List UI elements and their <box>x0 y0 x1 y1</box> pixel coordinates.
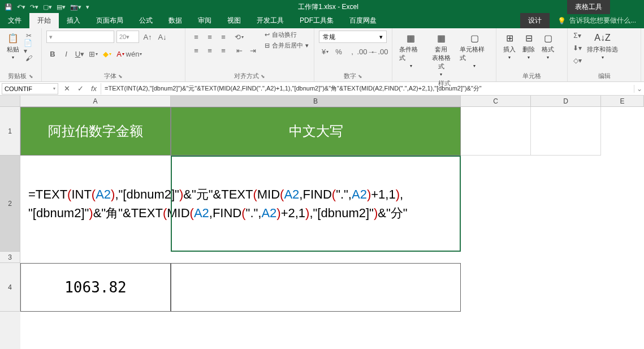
delete-cells-button[interactable]: ⊟删除▾ <box>520 31 537 61</box>
format-as-table-button[interactable]: ▦套用 表格格式▾ <box>427 31 456 78</box>
launcher-icon[interactable]: ⬊ <box>118 74 123 79</box>
format-label: 格式 <box>542 45 554 54</box>
cond-format-icon: ▦ <box>405 32 417 44</box>
ribbon-tabs: 文件 开始 插入 页面布局 公式 数据 审阅 视图 开发工具 PDF工具集 百度… <box>0 14 644 28</box>
underline-button[interactable]: U▾ <box>74 48 86 60</box>
qat-icon2[interactable]: ▤▾ <box>57 3 66 11</box>
cell-a4[interactable]: 1063.82 <box>20 263 171 312</box>
decrease-indent-icon[interactable]: ⇤ <box>233 44 245 57</box>
cell-d1[interactable] <box>531 107 601 156</box>
align-top-icon[interactable]: ≡ <box>190 31 202 43</box>
tab-dev[interactable]: 开发工具 <box>249 13 292 28</box>
orientation-icon[interactable]: ⟲ <box>233 31 245 43</box>
camera-icon[interactable]: 📷▾ <box>70 3 81 11</box>
font-color-button[interactable]: A <box>114 48 127 60</box>
align-right-icon[interactable]: ≡ <box>217 44 230 57</box>
italic-button[interactable]: I <box>60 48 72 60</box>
clipboard-icon: 📋 <box>7 32 19 44</box>
merge-center-button[interactable]: ⊟合并后居中 ▾ <box>265 41 309 50</box>
confirm-formula-icon[interactable]: ✓ <box>74 84 87 93</box>
increase-indent-icon[interactable]: ⇥ <box>247 44 259 57</box>
tab-insert[interactable]: 插入 <box>59 13 88 28</box>
decrease-font-icon[interactable]: A↓ <box>156 31 168 43</box>
fill-color-button[interactable]: ◆ <box>101 48 113 60</box>
formula-input[interactable]: =TEXT(INT(A2),"[dbnum2]")&"元"&TEXT(MID(A… <box>101 83 634 94</box>
percent-icon[interactable]: % <box>332 45 345 58</box>
decrease-decimal-icon[interactable]: ←.00 <box>373 45 386 58</box>
tab-design[interactable]: 设计 <box>520 13 550 28</box>
cell-style-icon: ▢ <box>468 32 481 44</box>
tab-view[interactable]: 视图 <box>219 13 249 28</box>
tell-me-text: 告诉我您想要做什么... <box>569 16 636 25</box>
expand-formula-bar-icon[interactable]: ⌄ <box>634 85 644 93</box>
tell-me[interactable]: 💡告诉我您想要做什么... <box>550 13 644 28</box>
cell-styles-button[interactable]: ▢单元格样式▾ <box>457 31 491 70</box>
tab-baidu[interactable]: 百度网盘 <box>342 13 384 28</box>
fill-icon[interactable]: ⬇▾ <box>572 43 582 53</box>
number-group-label: 数字 <box>344 72 356 79</box>
phonetic-button[interactable]: wén <box>128 48 140 60</box>
group-editing: Σ▾ ⬇▾ ◇▾ A↓Z排序和筛选▾ 编辑 <box>568 28 641 81</box>
ribbon: 📋 粘贴 ▾ ✂ 📄▾ 🖌 剪贴板 ⬊ ▾ 20▾ A↑ A↓ B I U▾ <box>0 28 644 82</box>
cancel-formula-icon[interactable]: ✕ <box>60 84 74 93</box>
align-middle-icon[interactable]: ≡ <box>204 31 216 43</box>
tab-layout[interactable]: 页面布局 <box>88 13 131 28</box>
insert-cells-button[interactable]: ⊞插入▾ <box>501 31 518 61</box>
cells-area[interactable]: 阿拉伯数字金额 中文大写 =TEXT(INT(A2),"[dbnum2]")&"… <box>20 107 644 349</box>
sort-filter-button[interactable]: A↓Z排序和筛选▾ <box>585 31 620 61</box>
copy-icon[interactable]: 📄▾ <box>24 42 34 52</box>
tab-review[interactable]: 审阅 <box>190 13 219 28</box>
row-header-4[interactable]: 4 <box>0 263 20 312</box>
clear-icon[interactable]: ◇▾ <box>572 55 582 66</box>
col-header-b[interactable]: B <box>171 96 461 106</box>
col-header-e[interactable]: E <box>601 96 644 106</box>
currency-icon[interactable]: ¥ <box>319 45 331 58</box>
font-name-select[interactable]: ▾ <box>46 31 114 43</box>
font-size-select[interactable]: 20▾ <box>116 31 139 43</box>
undo-icon[interactable]: ↶▾ <box>17 3 25 11</box>
cell-c1[interactable] <box>461 107 531 156</box>
cell-row3[interactable] <box>20 252 461 263</box>
col-header-d[interactable]: D <box>531 96 601 106</box>
tab-file[interactable]: 文件 <box>0 13 29 28</box>
align-left-icon[interactable]: ≡ <box>190 44 202 57</box>
autosum-icon[interactable]: Σ▾ <box>572 31 582 41</box>
align-bottom-icon[interactable]: ≡ <box>217 31 230 43</box>
save-icon[interactable]: 💾 <box>5 3 12 11</box>
col-header-a[interactable]: A <box>20 96 171 106</box>
wrap-text-button[interactable]: ↩自动换行 <box>265 31 309 39</box>
border-button[interactable]: ⊞ <box>87 48 100 60</box>
wrap-label: 自动换行 <box>272 31 297 39</box>
row-header-1[interactable]: 1 <box>0 107 20 156</box>
name-box[interactable]: COUNTIF▾ <box>2 83 58 94</box>
row-header-2[interactable]: 2 <box>0 156 20 252</box>
clipboard-group-label: 剪贴板 <box>8 72 27 79</box>
tab-pdf[interactable]: PDF工具集 <box>292 13 342 28</box>
table-label: 套用 表格格式 <box>430 45 453 71</box>
number-format-select[interactable]: 常规▾ <box>319 31 387 43</box>
column-headers: A B C D E <box>0 96 644 107</box>
insert-function-icon[interactable]: fx <box>87 84 101 93</box>
conditional-format-button[interactable]: ▦条件格式▾ <box>397 31 425 70</box>
col-header-c[interactable]: C <box>461 96 531 106</box>
launcher-icon[interactable]: ⬊ <box>261 74 265 79</box>
launcher-icon[interactable]: ⬊ <box>358 74 362 79</box>
increase-font-icon[interactable]: A↑ <box>141 31 154 43</box>
tab-home[interactable]: 开始 <box>29 13 59 28</box>
format-painter-icon[interactable]: 🖌 <box>24 53 34 63</box>
redo-icon[interactable]: ↷▾ <box>30 3 38 11</box>
launcher-icon[interactable]: ⬊ <box>29 74 33 79</box>
qat-icon[interactable]: ▢▾ <box>43 3 52 11</box>
tab-data[interactable]: 数据 <box>161 13 190 28</box>
align-center-icon[interactable]: ≡ <box>204 44 216 57</box>
cell-b4[interactable] <box>171 263 461 312</box>
row-header-3[interactable]: 3 <box>0 252 20 263</box>
format-cells-button[interactable]: ▢格式▾ <box>539 31 556 61</box>
paste-button[interactable]: 📋 粘贴 ▾ <box>5 31 21 61</box>
cell-a1[interactable]: 阿拉伯数字金额 <box>20 107 171 156</box>
bold-button[interactable]: B <box>46 48 59 60</box>
font-size-value: 20 <box>119 33 126 40</box>
cell-b1[interactable]: 中文大写 <box>171 107 461 156</box>
tab-formulas[interactable]: 公式 <box>131 13 161 28</box>
select-all-corner[interactable] <box>0 96 20 106</box>
